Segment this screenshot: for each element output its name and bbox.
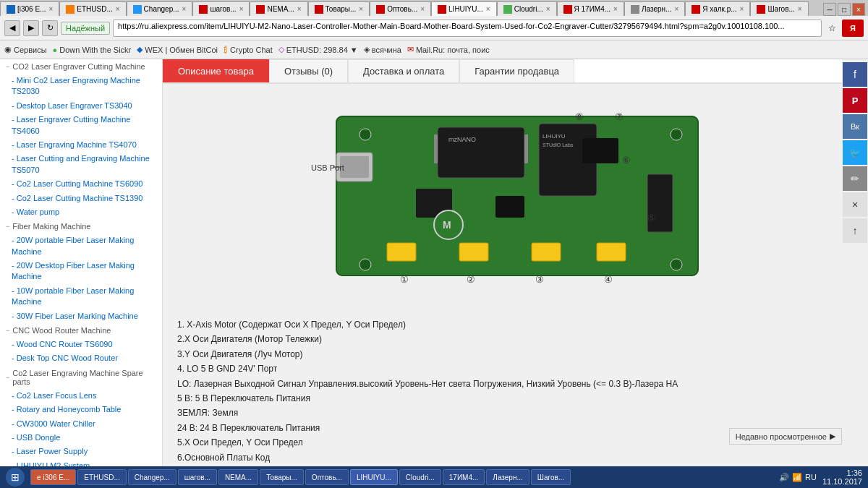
bookmark-wex[interactable]: ◆ WEX | Обмен BitCoi bbox=[137, 45, 218, 54]
svg-text:⑧: ⑧ bbox=[575, 111, 584, 122]
bookmark-eth[interactable]: ◇ ETHUSD: 298.84 ▼ bbox=[278, 45, 358, 54]
sidebar-item-co2-ts6090[interactable]: - Co2 Laser Cutting Machine TS6090 bbox=[0, 177, 162, 191]
tab-delivery[interactable]: Доставка и оплата bbox=[348, 59, 459, 82]
recently-viewed-button[interactable]: Недавно просмотренное ▶ bbox=[729, 428, 842, 445]
social-close-button[interactable]: × bbox=[843, 192, 867, 217]
sidebar-item-lihuiyu-m2[interactable]: - LIHUIYU M2 System bbox=[0, 459, 162, 466]
tab-close-8[interactable]: × bbox=[486, 5, 490, 13]
tab-8[interactable]: LIHUIYU... × bbox=[431, 1, 497, 16]
sidebar-item-co2-ts1390[interactable]: - Co2 Laser Cutting Machine TS1390 bbox=[0, 192, 162, 205]
taskbar-app-eth[interactable]: ETHUSD... bbox=[77, 469, 126, 485]
sidebar-category-label-3: CNC Wood Router Machine bbox=[12, 326, 111, 335]
sidebar-item-desktop[interactable]: - Desktop Laser Engraver TS3040 bbox=[0, 99, 162, 113]
bookmark-crypto[interactable]: ₿ Crypto Chat bbox=[224, 46, 273, 54]
tab-close-1[interactable]: × bbox=[48, 5, 53, 13]
tab-4[interactable]: шагов... × bbox=[192, 1, 250, 16]
bookmarks-bar: ◉ Сервисы ● Down With the Sickr ◆ WEX | … bbox=[0, 40, 868, 59]
sidebar-item-desk-top-cnc[interactable]: - Desk Top CNC Wood Router bbox=[0, 351, 162, 365]
sidebar-item-engraver-ts4060[interactable]: - Laser Engraver Cutting Machine TS4060 bbox=[0, 113, 162, 138]
facebook-button[interactable]: f bbox=[843, 62, 867, 87]
close-button[interactable]: × bbox=[852, 3, 865, 16]
tab-close-6[interactable]: × bbox=[359, 5, 363, 13]
taskbar-app-ie[interactable]: ei306 E... bbox=[30, 469, 76, 485]
sidebar-item-engraving-ts4070[interactable]: - Laser Engraving Machine TS4070 bbox=[0, 138, 162, 152]
tab-3[interactable]: Changeр... × bbox=[127, 1, 193, 16]
sidebar-item-20w-desktop[interactable]: - 20W Desktop Fiber Laser Making Machine bbox=[0, 259, 162, 284]
tab-10[interactable]: Я 17ИМ4... × bbox=[557, 1, 624, 16]
sidebar-category-spare[interactable]: − Co2 Laser Engraving Machine Spare part… bbox=[0, 366, 162, 389]
tab-description[interactable]: Описание товара bbox=[163, 59, 269, 82]
tab-6[interactable]: Товары... × bbox=[308, 1, 370, 16]
tab-5[interactable]: NEMA... × bbox=[250, 1, 307, 16]
tab-close-11[interactable]: × bbox=[674, 5, 678, 13]
scroll-up-button[interactable]: ↑ bbox=[843, 218, 867, 243]
sidebar-item-focus-lens[interactable]: - Co2 Laser Focus Lens bbox=[0, 389, 162, 403]
chevron-right-icon: ▶ bbox=[830, 432, 835, 441]
sidebar-item-rotary[interactable]: - Rotary and Honeycomb Table bbox=[0, 403, 162, 416]
taskbar-app-shag[interactable]: шагов... bbox=[178, 469, 217, 485]
tab-close-7[interactable]: × bbox=[420, 5, 425, 13]
tab-reviews[interactable]: Отзывы (0) bbox=[269, 59, 348, 82]
tab-close-2[interactable]: × bbox=[116, 5, 120, 13]
sidebar-item-laser-cutting[interactable]: - Laser Cutting and Engraving Machine TS… bbox=[0, 152, 162, 177]
sidebar-category-fiber[interactable]: − Fiber Making Machine bbox=[0, 219, 162, 234]
tab-close-10[interactable]: × bbox=[613, 5, 618, 13]
tab-13[interactable]: Шагов... × bbox=[750, 1, 808, 16]
tab-1[interactable]: [i306 E... × bbox=[0, 1, 59, 16]
sidebar-item-usb-dongle[interactable]: - USB Dongle bbox=[0, 431, 162, 445]
sidebar-category-cnc[interactable]: − CNC Wood Router Machine bbox=[0, 323, 162, 338]
tab-12[interactable]: Я халк.р... × bbox=[685, 1, 750, 16]
tab-close-3[interactable]: × bbox=[182, 5, 187, 13]
tab-close-9[interactable]: × bbox=[546, 5, 550, 13]
desc-line-3: 3.Y Оси Двигателя (Луч Мотор) bbox=[177, 347, 827, 361]
tab-favicon-3 bbox=[133, 5, 142, 14]
svg-rect-5 bbox=[438, 127, 524, 178]
sidebar-item-chiller[interactable]: - CW3000 Water Chiller bbox=[0, 417, 162, 431]
tab-2[interactable]: ETHUSD... × bbox=[59, 1, 126, 16]
tab-7[interactable]: Оптовь... × bbox=[370, 1, 431, 16]
taskbar-apps: ei306 E... ETHUSD... Changeр... шагов...… bbox=[30, 469, 571, 485]
bookmark-services[interactable]: ◉ Сервисы bbox=[4, 45, 47, 54]
twitter-button[interactable]: 🐦 bbox=[843, 140, 867, 165]
url-bar[interactable]: https://ru.aliexpress.com/item/LIHUIYU-M… bbox=[113, 20, 822, 37]
tab-close-5[interactable]: × bbox=[297, 5, 302, 13]
taskbar-app-cloud[interactable]: Cloudri... bbox=[399, 469, 441, 485]
taskbar-app-lihuiyu[interactable]: LIHUIYU... bbox=[350, 469, 398, 485]
pinterest-button[interactable]: P bbox=[843, 88, 867, 113]
bookmark-mailru[interactable]: ✉ Mail.Ru: почта, поис bbox=[407, 45, 490, 54]
minimize-button[interactable]: ─ bbox=[823, 3, 836, 16]
sidebar-item-20w-portable[interactable]: - 20W portable Fiber Laser Making Machin… bbox=[0, 234, 162, 259]
tab-9[interactable]: Cloudri... × bbox=[497, 1, 557, 16]
taskbar-app-shagov[interactable]: Шагов... bbox=[531, 469, 571, 485]
bookmark-vsyachina[interactable]: ◈ всячина bbox=[364, 45, 401, 54]
sidebar-item-mini-co2[interactable]: - Mini Co2 Laser Engraving Machine TS203… bbox=[0, 74, 162, 99]
sidebar-item-30w-fiber[interactable]: - 30W Fiber Laser Marking Machine bbox=[0, 309, 162, 323]
bookmark-star[interactable]: ☆ bbox=[825, 23, 839, 33]
sidebar-item-laser-power[interactable]: - Laser Power Supply bbox=[0, 445, 162, 458]
taskbar-app-17im[interactable]: 17ИМ4... bbox=[443, 469, 485, 485]
start-button[interactable]: ⊞ bbox=[6, 468, 25, 487]
tab-close-13[interactable]: × bbox=[798, 5, 802, 13]
vk-button[interactable]: Вк bbox=[843, 114, 867, 139]
bookmark-sickr[interactable]: ● Down With the Sickr bbox=[53, 46, 132, 54]
reload-button[interactable]: ↻ bbox=[42, 20, 58, 36]
tab-close-4[interactable]: × bbox=[239, 5, 244, 13]
tab-close-12[interactable]: × bbox=[740, 5, 744, 13]
tab-guarantee[interactable]: Гарантии продавца bbox=[459, 59, 574, 82]
back-button[interactable]: ◀ bbox=[4, 20, 20, 36]
taskbar-app-change[interactable]: Changeр... bbox=[128, 469, 176, 485]
sidebar-item-wood-cnc-ts6090[interactable]: - Wood CNC Router TS6090 bbox=[0, 338, 162, 351]
sidebar-category-co2[interactable]: − CO2 Laser Engraver Cutting Machine bbox=[0, 59, 162, 74]
sidebar-item-water-pump[interactable]: - Water pump bbox=[0, 205, 162, 219]
taskbar-app-optov[interactable]: Оптовь... bbox=[305, 469, 349, 485]
edit-button[interactable]: ✏ bbox=[843, 166, 867, 191]
taskbar-app-nema[interactable]: NEMA... bbox=[218, 469, 258, 485]
taskbar-app-tovary[interactable]: Товары... bbox=[260, 469, 304, 485]
sidebar-item-10w-portable[interactable]: - 10W portable Fiber Laser Making Machin… bbox=[0, 284, 162, 309]
sidebar-section-4: − Co2 Laser Engraving Machine Spare part… bbox=[0, 366, 162, 466]
taskbar-app-laser[interactable]: Лазерн... bbox=[486, 469, 529, 485]
tab-11[interactable]: Лазерн... × bbox=[624, 1, 685, 16]
language-indicator: RU bbox=[805, 473, 817, 481]
forward-button[interactable]: ▶ bbox=[23, 20, 39, 36]
maximize-button[interactable]: □ bbox=[838, 3, 851, 16]
